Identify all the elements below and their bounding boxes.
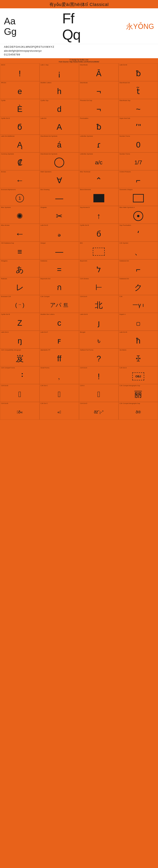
char-symbol: Z [17, 319, 22, 327]
char-symbol: ✺ [16, 212, 23, 220]
char-cell: Cyrillic Ext Eϭ [0, 117, 40, 135]
char-label: CJK Strokes [80, 278, 89, 280]
circle-shape [54, 158, 64, 167]
char-label: Hiragana [1, 260, 7, 262]
char-label: Cyrillic Sup [40, 100, 48, 101]
char-label: CJK Ext A [80, 296, 87, 298]
char-cell: Diacriticals Extt̃ [118, 81, 158, 99]
char-cell: Geometric Shapes [118, 188, 158, 206]
char-symbol: ৳ [97, 337, 100, 345]
char-cell: Halfand Full Forms? [79, 348, 118, 366]
char-symbol: 𠀀ð« [17, 410, 23, 414]
char-symbol: 𫝀 [97, 390, 100, 398]
char-label: Super And Sub [119, 118, 130, 119]
char-cell: Katakana Ext⌐ [118, 259, 158, 277]
char-cell: CJK Compat Ideographs Sup丽 [118, 384, 158, 402]
char-cell: Hiraganaあ [0, 259, 40, 277]
char-symbol: ȷ [98, 319, 100, 327]
char-label: Halfand Full Forms [80, 349, 93, 351]
char-cell: DiacriticalsĀ [79, 63, 118, 81]
char-label: CJK Ext B [1, 385, 8, 386]
char-cell: BIG [79, 242, 118, 259]
char-label: Number Forms [119, 135, 130, 137]
char-symbol: ⌃ [95, 177, 102, 184]
char-symbol: Ą [17, 141, 23, 149]
char-label: Modifier Box Letters [40, 314, 54, 315]
header: 有yǒu爱ài黑hēi体tǐ Classical [0, 0, 158, 8]
char-cell: CJK Ext A! [79, 366, 118, 384]
char-symbol: 𪜀 [58, 390, 61, 398]
char-label: CJK A [80, 385, 84, 386]
char-label: Radicals [1, 278, 7, 280]
char-label: Katakana Ext [119, 260, 129, 262]
char-symbol: ꜰ [57, 337, 61, 345]
char-cell: Sup Punctuationʻ [118, 224, 158, 242]
char-label: Enclosed Alphanums [1, 189, 16, 190]
char-symbol: ƀ [96, 123, 101, 131]
title-text: 有yǒu爱ài黑hēi体tǐ Classical [49, 2, 109, 7]
circled-number: 1 [15, 194, 24, 203]
char-cell: CJK Ext C«𪜀 [40, 402, 79, 420]
char-label: Kayah Li [119, 314, 126, 315]
char-label: Latin Ext B [80, 314, 88, 315]
char-cell: Phonetic Ext Sup¬ [79, 99, 118, 117]
char-label: Block Elements [80, 189, 91, 190]
char-cell: Box Drawing— [40, 188, 79, 206]
char-symbol: ! [97, 372, 100, 380]
char-label: Latin Ext B [119, 64, 127, 66]
char-cell: Enclosed Alphanums1 [0, 188, 40, 206]
filled-square [93, 194, 104, 203]
char-symbol: ƀ [136, 69, 141, 78]
char-cell: Hangul— [40, 242, 79, 259]
char-cell: Latin 1 Sup¡ [40, 63, 79, 81]
char-cell: Small Forms﹐ [40, 366, 79, 384]
char-label: Arrows [1, 171, 6, 173]
font-preview-area: AaGg FfQq 永YǑNG [0, 8, 158, 44]
char-cell: Misc Arrows← [0, 224, 40, 242]
char-label: Bopomofo Ext [40, 278, 50, 280]
char-label: Latin Ext E [40, 224, 48, 226]
char-cell: Katakana= [40, 259, 79, 277]
font-preview-chinese: 永YǑNG [126, 22, 154, 31]
char-cell: CJK Ext C𪜀 [40, 384, 79, 402]
alphabet-area: ABCDEFGHIJKLMNOPQRSTUVWXYZ abcdefghijklm… [0, 44, 158, 58]
char-label: Misc Arrows [1, 224, 9, 226]
char-cell: Sup Arrows B↑ [79, 206, 118, 224]
char-symbol: ~ [136, 105, 141, 113]
char-cell: Cyrillic Supd [40, 99, 79, 117]
char-symbol: ✂ [56, 212, 63, 220]
char-label: Diacriticals [80, 82, 88, 84]
char-label: Dingbats [40, 207, 47, 208]
char-symbol: ʼ" [135, 123, 141, 131]
char-symbol: — [55, 194, 63, 202]
char-symbol: ก [57, 283, 62, 291]
char-cell: Super And Subʼ" [118, 117, 158, 135]
char-label: CJK Compatibility Ideograph [1, 349, 21, 351]
char-label: Latin Ed [40, 118, 46, 119]
char-cell: Diacriticals¬ [79, 81, 118, 99]
outline-square [133, 194, 144, 203]
char-cell: Kayah Li꤀ [118, 313, 158, 331]
char-label: Diacriticals Ext [119, 82, 130, 84]
char-symbol: ħ [136, 337, 141, 345]
char-label: CJK Compat Ideographs Sup [119, 385, 140, 386]
char-symbol: d [57, 105, 62, 113]
char-symbol: あ [16, 266, 24, 273]
char-label: CW Katakana Sup [1, 242, 14, 244]
char-label: Number Forms [119, 153, 130, 155]
char-label: Katakana Ext [119, 278, 129, 280]
char-cell: Misc Symbols✺ [0, 206, 40, 224]
char-label: CJK Compat [40, 296, 49, 298]
char-label: Misc Math Symbols A [119, 207, 134, 208]
char-label: ASCII [1, 64, 5, 66]
char-symbol: a/c [95, 160, 102, 165]
char-label: CJK Ext B [1, 403, 8, 404]
char-label: Sup Arrows B [80, 207, 89, 208]
char-label: Latin Ext B [119, 332, 127, 333]
char-symbol: e [17, 87, 22, 95]
char-cell: Bopomofo Extก [40, 277, 79, 295]
char-label: CJK Ext A [119, 367, 127, 369]
char-label: Cyrillic [1, 100, 6, 101]
dashed-rectangle [93, 248, 105, 256]
char-label: CJK [119, 296, 122, 298]
